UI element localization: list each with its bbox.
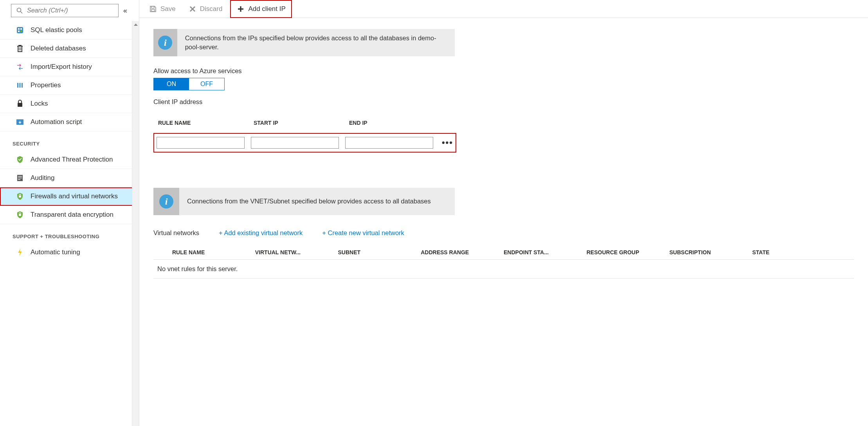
info-banner-vnet: i Connections from the VNET/Subnet speci… <box>153 188 455 215</box>
add-client-ip-label: Add client IP <box>248 5 285 13</box>
shield-lock-icon <box>16 192 24 201</box>
sidebar-item-locks[interactable]: Locks <box>0 95 135 113</box>
info-icon: i <box>153 188 179 215</box>
main-panel: Save Discard Add client IP i Connections… <box>139 0 868 426</box>
discard-label: Discard <box>200 5 223 13</box>
add-existing-vnet-link[interactable]: + Add existing virtual network <box>219 229 303 237</box>
info-text: Connections from the VNET/Subnet specifi… <box>179 193 439 210</box>
sidebar-item-import-export[interactable]: Import/Export history <box>0 58 135 76</box>
svg-line-1 <box>21 12 23 14</box>
plus-icon <box>236 5 245 13</box>
client-ip-label: Client IP address <box>153 98 854 106</box>
toggle-on[interactable]: ON <box>154 78 189 90</box>
automation-icon <box>16 118 24 126</box>
sidebar-item-deleted-databases[interactable]: Deleted databases <box>0 40 135 58</box>
svg-rect-2 <box>17 27 23 33</box>
svg-rect-11 <box>22 83 23 88</box>
sidebar-item-properties[interactable]: Properties <box>0 76 135 95</box>
svg-rect-6 <box>20 31 22 32</box>
firewall-table-headers: RULE NAME START IP END IP <box>153 120 854 126</box>
svg-rect-9 <box>17 83 18 88</box>
sidebar-item-label: Automatic tuning <box>31 248 80 256</box>
scroll-up-icon[interactable] <box>132 21 139 28</box>
col-resource-group: RESOURCE GROUP <box>587 249 670 255</box>
sidebar-item-label: Import/Export history <box>31 63 92 71</box>
col-subscription: SUBSCRIPTION <box>670 249 753 255</box>
vnet-empty-message: No vnet rules for this server. <box>153 260 854 279</box>
svg-point-0 <box>17 8 21 12</box>
allow-azure-toggle[interactable]: ON OFF <box>153 78 225 90</box>
sidebar-item-elastic-pools[interactable]: SQL elastic pools <box>0 21 135 40</box>
sidebar-item-label: SQL elastic pools <box>31 26 82 34</box>
sidebar-item-label: Firewalls and virtual networks <box>31 192 118 200</box>
svg-rect-18 <box>19 196 21 198</box>
more-icon[interactable]: ••• <box>439 138 453 148</box>
col-rule-name: RULE NAME <box>158 120 247 126</box>
svg-rect-5 <box>18 31 20 32</box>
scrollbar[interactable] <box>132 21 139 426</box>
allow-azure-label: Allow access to Azure services <box>153 67 854 75</box>
rule-name-input[interactable] <box>157 137 245 149</box>
sidebar-item-automation-script[interactable]: Automation script <box>0 113 135 131</box>
svg-rect-15 <box>18 176 22 177</box>
svg-rect-12 <box>18 103 22 107</box>
sidebar-item-label: Locks <box>31 100 48 108</box>
svg-rect-16 <box>18 178 22 178</box>
info-banner-ips: i Connections from the IPs specified bel… <box>153 29 455 56</box>
col-subnet: SUBNET <box>338 249 421 255</box>
col-rule-name: RULE NAME <box>172 249 255 255</box>
section-header-support: SUPPORT + TROUBLESHOOTING <box>0 224 135 243</box>
sidebar-item-label: Transparent data encryption <box>31 211 113 219</box>
create-new-vnet-link[interactable]: + Create new virtual network <box>322 229 404 237</box>
col-start-ip: START IP <box>254 120 343 126</box>
sidebar-item-label: Automation script <box>31 118 82 126</box>
auditing-icon <box>16 174 24 182</box>
sidebar-item-tde[interactable]: Transparent data encryption <box>0 206 135 224</box>
search-input-wrap[interactable] <box>11 4 119 17</box>
svg-rect-19 <box>19 214 21 216</box>
start-ip-input[interactable] <box>251 137 339 149</box>
svg-rect-4 <box>20 28 22 30</box>
sidebar-item-label: Deleted databases <box>31 45 86 52</box>
info-text: Connections from the IPs specified below… <box>177 30 455 56</box>
svg-rect-17 <box>18 179 20 180</box>
svg-rect-10 <box>20 83 21 88</box>
discard-button[interactable]: Discard <box>184 2 227 16</box>
lock-icon <box>16 99 24 108</box>
elastic-pool-icon <box>16 26 24 34</box>
toggle-off[interactable]: OFF <box>189 78 224 90</box>
properties-icon <box>16 81 24 90</box>
sidebar-item-label: Properties <box>31 81 61 89</box>
add-client-ip-button[interactable]: Add client IP <box>230 0 292 18</box>
collapse-icon[interactable]: « <box>122 7 128 15</box>
col-address-range: ADDRESS RANGE <box>421 249 504 255</box>
vnet-table-headers: RULE NAME VIRTUAL NETW... SUBNET ADDRESS… <box>153 246 854 260</box>
save-button[interactable]: Save <box>144 2 180 16</box>
sidebar-item-firewalls[interactable]: Firewalls and virtual networks <box>0 187 135 206</box>
info-icon: i <box>153 29 177 56</box>
discard-icon <box>188 5 197 13</box>
col-virtual-network: VIRTUAL NETW... <box>255 249 338 255</box>
col-endpoint-status: ENDPOINT STA... <box>504 249 587 255</box>
toolbar: Save Discard Add client IP <box>139 0 868 18</box>
svg-rect-3 <box>18 28 20 30</box>
sidebar-item-automatic-tuning[interactable]: Automatic tuning <box>0 243 135 261</box>
end-ip-input[interactable] <box>345 137 433 149</box>
lightning-icon <box>16 248 24 257</box>
import-export-icon <box>16 63 24 71</box>
section-header-security: SECURITY <box>0 131 135 151</box>
col-state: STATE <box>752 249 835 255</box>
col-end-ip: END IP <box>349 120 438 126</box>
search-input[interactable] <box>27 7 114 14</box>
svg-rect-21 <box>151 9 155 11</box>
firewall-rule-row: ••• <box>153 133 456 153</box>
vnet-label: Virtual networks <box>153 229 199 237</box>
sidebar-item-atp[interactable]: Advanced Threat Protection <box>0 151 135 169</box>
sidebar: « SQL elastic pools <box>0 0 139 426</box>
sidebar-item-label: Auditing <box>31 174 54 182</box>
shield-lock-icon <box>16 210 24 219</box>
trash-icon <box>16 44 24 53</box>
sidebar-item-auditing[interactable]: Auditing <box>0 169 135 187</box>
save-icon <box>149 5 157 13</box>
sidebar-item-label: Advanced Threat Protection <box>31 156 113 164</box>
